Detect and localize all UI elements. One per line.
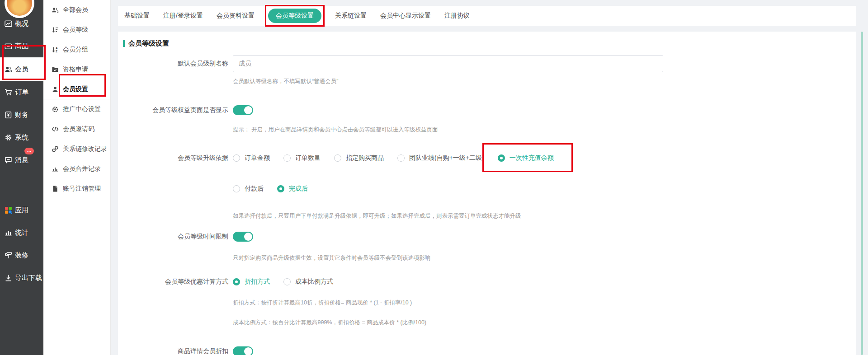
menu-item-label: 会员等级 [63, 26, 88, 34]
radio-order-count[interactable]: 订单数量 [283, 154, 321, 162]
main-sidebar: 概况 商品 会员 订单 财务 系统 消息 ... 应用 统计 装修 导出 [0, 0, 43, 355]
sidebar-item-label: 订单 [15, 88, 28, 97]
menu-item-label: 会员设置 [63, 85, 88, 93]
discount-mode-label: 会员等级优惠计算方式 [118, 278, 228, 286]
tab-member-level-settings[interactable]: 会员等级设置 [268, 9, 321, 23]
radio-icon-selected [498, 154, 505, 162]
radio-team-performance[interactable]: 团队业绩(自购+一级+二级) [397, 154, 484, 162]
section-title: 会员等级设置 [128, 39, 169, 48]
menu-item-label: 全部会员 [63, 6, 88, 14]
sidebar-item-label: 消息 [15, 156, 28, 164]
upgrade-basis-label: 会员等级升级依据 [118, 154, 228, 162]
order-cart-icon [5, 89, 12, 96]
member-menu: 全部会员 会员等级 AZ 会员分组 资格申请 会员设置 推广中心设置 会员邀请码… [43, 0, 111, 355]
benefit-page-toggle[interactable] [233, 105, 253, 115]
tab-member-level-wrap: 会员等级设置 [268, 9, 321, 23]
sidebar-item-apps[interactable]: 应用 [0, 199, 43, 221]
export-download-icon [5, 274, 12, 282]
sidebar-item-label: 应用 [15, 206, 28, 215]
sidebar-item-goods[interactable]: 商品 [0, 35, 43, 57]
menu-item-qualification[interactable]: 资格申请 [43, 60, 110, 79]
sidebar-item-decorate[interactable]: 装修 [0, 244, 43, 266]
radio-specified-goods[interactable]: 指定购买商品 [334, 154, 384, 162]
bar-chart-icon [52, 165, 59, 173]
section-accent-bar [123, 40, 125, 47]
sidebar-item-label: 装修 [15, 251, 28, 260]
toggle-knob [244, 233, 252, 241]
menu-item-label: 会员合并记录 [63, 165, 101, 173]
link-icon [52, 145, 59, 153]
settings-tabs: 基础设置 注册/登录设置 会员资料设置 会员等级设置 关系链设置 会员中心显示设… [118, 6, 856, 26]
toggle-knob [244, 106, 252, 114]
benefit-page-label: 会员等级权益页面是否显示 [118, 106, 228, 114]
time-limit-label: 会员等级时间限制 [118, 233, 228, 241]
detail-discount-label: 商品详情会员折扣 [118, 347, 228, 355]
member-level-settings-panel: 会员等级设置 默认会员级别名称 会员默认等级名称，不填写默认“普通会员” 会员等… [118, 32, 856, 355]
sidebar-item-label: 商品 [15, 42, 28, 51]
time-limit-toggle[interactable] [233, 232, 253, 242]
overview-icon [5, 20, 12, 28]
sidebar-item-order[interactable]: 订单 [0, 81, 43, 103]
menu-item-promotion-settings[interactable]: 推广中心设置 [43, 99, 110, 119]
message-icon [5, 156, 12, 164]
tab-member-center-display-settings[interactable]: 会员中心显示设置 [380, 12, 431, 20]
member-settings-icon [52, 86, 59, 93]
menu-item-label: 账号注销管理 [63, 185, 101, 193]
section-header: 会员等级设置 [123, 39, 856, 48]
menu-item-member-level[interactable]: 会员等级 [43, 20, 110, 40]
scrollbar[interactable] [861, 32, 863, 355]
radio-icon-selected [233, 278, 240, 285]
radio-icon [283, 278, 291, 285]
upgrade-basis-help: 如果选择付款后，只要用户下单付款满足升级依据，即可升级；如果选择完成后，则表示需… [233, 212, 856, 220]
main-content: 基础设置 注册/登录设置 会员资料设置 会员等级设置 关系链设置 会员中心显示设… [111, 0, 868, 355]
sidebar-item-label: 财务 [15, 111, 28, 119]
finance-icon [5, 111, 12, 119]
decorate-icon [5, 252, 12, 259]
menu-item-member-settings[interactable]: 会员设置 [43, 79, 110, 99]
menu-item-relation-log[interactable]: 关系链修改记录 [43, 139, 110, 159]
radio-onetime-recharge-balance[interactable]: 一次性充值余额 [498, 154, 554, 162]
default-level-name-help: 会员默认等级名称，不填写默认“普通会员” [233, 78, 856, 85]
members-icon [52, 6, 59, 14]
detail-discount-toggle[interactable] [233, 346, 253, 355]
time-limit-help: 只对指定购买商品升级依据生效，设置其它条件时会员等级不会受到该选项影响 [233, 254, 856, 262]
tab-register-agreement[interactable]: 注册协议 [444, 12, 470, 20]
menu-item-account-cancel[interactable]: 账号注销管理 [43, 179, 110, 199]
radio-icon [233, 185, 240, 192]
sidebar-item-stats[interactable]: 统计 [0, 221, 43, 244]
menu-item-label: 会员分组 [63, 46, 88, 54]
menu-item-label: 会员邀请码 [63, 125, 94, 133]
menu-item-merge-log[interactable]: 会员合并记录 [43, 159, 110, 179]
tab-relation-chain-settings[interactable]: 关系链设置 [335, 12, 367, 20]
group-sort-icon: AZ [52, 46, 59, 53]
menu-item-label: 推广中心设置 [63, 105, 101, 113]
menu-item-invite-code[interactable]: 会员邀请码 [43, 119, 110, 139]
sidebar-item-overview[interactable]: 概况 [0, 12, 43, 35]
menu-item-member-group[interactable]: AZ 会员分组 [43, 40, 110, 60]
default-level-name-input[interactable] [233, 55, 663, 72]
radio-order-amount[interactable]: 订单金额 [233, 154, 270, 162]
sidebar-item-label: 统计 [15, 229, 28, 237]
tab-member-profile-settings[interactable]: 会员资料设置 [217, 12, 255, 20]
radio-icon-selected [277, 185, 284, 192]
radio-icon [233, 154, 240, 162]
sidebar-item-system[interactable]: 系统 [0, 126, 43, 149]
code-icon [52, 126, 59, 133]
goods-icon [5, 42, 12, 50]
radio-after-completion[interactable]: 完成后 [277, 185, 308, 193]
radio-discount-mode[interactable]: 折扣方式 [233, 278, 270, 286]
stats-icon [5, 229, 12, 237]
menu-item-all-members[interactable]: 全部会员 [43, 0, 110, 20]
sidebar-item-message[interactable]: 消息 ... [0, 149, 43, 171]
radio-after-payment[interactable]: 付款后 [233, 185, 264, 193]
tab-basic-settings[interactable]: 基础设置 [124, 12, 150, 20]
folder-check-icon [52, 66, 59, 73]
menu-item-label: 资格申请 [63, 65, 88, 74]
sidebar-item-export[interactable]: 导出下载 [0, 266, 43, 289]
sidebar-item-finance[interactable]: 财务 [0, 103, 43, 126]
tab-register-login-settings[interactable]: 注册/登录设置 [163, 12, 203, 20]
radio-cost-ratio-mode[interactable]: 成本比例方式 [283, 278, 333, 286]
sidebar-item-label: 导出下载 [15, 274, 42, 282]
radio-icon [334, 154, 341, 162]
sidebar-item-member[interactable]: 会员 [0, 57, 43, 81]
